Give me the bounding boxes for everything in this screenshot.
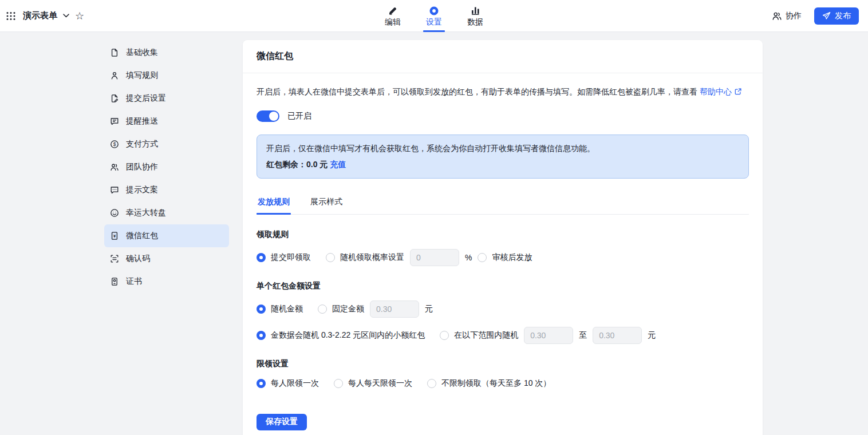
- sidebar-item-certificate[interactable]: 证书: [104, 270, 229, 293]
- publish-button[interactable]: 发布: [814, 7, 859, 25]
- sidebar-item-label: 提示文案: [126, 185, 158, 195]
- apps-grid-icon[interactable]: [6, 11, 16, 21]
- send-icon: [822, 11, 831, 20]
- enable-toggle-row: 已开启: [257, 110, 749, 122]
- pencil-icon: [388, 5, 398, 15]
- sidebar-item-label: 幸运大转盘: [126, 208, 166, 218]
- tab-data[interactable]: 数据: [463, 0, 488, 32]
- range-min-input[interactable]: [524, 327, 573, 344]
- document-edit-icon: [110, 94, 119, 103]
- sidebar-item-reminder-push[interactable]: 提醒推送: [104, 110, 229, 133]
- random-range-options: 金数据会随机 0.3-2.22 元区间内的小额红包 在以下范围内随机 至 元: [257, 327, 749, 344]
- option-label: 固定金额: [332, 304, 364, 314]
- panel-header: 微信红包: [243, 40, 763, 73]
- publish-label: 发布: [835, 11, 851, 21]
- notice-box: 开启后，仅在微信中填写才有机会获取红包，系统会为你自动打开收集填写者微信信息功能…: [257, 135, 749, 179]
- svg-text:¥: ¥: [113, 234, 116, 239]
- recharge-link[interactable]: 充值: [330, 160, 346, 169]
- form-title: 演示表单: [23, 10, 57, 21]
- tab-distribution-rules[interactable]: 发放规则: [257, 193, 291, 214]
- radio-custom-range[interactable]: [440, 331, 449, 340]
- option-label: 每人每天限领一次: [348, 378, 412, 389]
- option-custom-range[interactable]: 在以下范围内随机: [440, 330, 518, 341]
- help-center-link[interactable]: 帮助中心: [700, 87, 732, 96]
- radio-system-random[interactable]: [257, 331, 266, 340]
- sidebar-item-team-collab[interactable]: 团队协作: [104, 156, 229, 179]
- collaborate-button[interactable]: 协作: [772, 11, 802, 21]
- radio-claim-probability[interactable]: [326, 253, 335, 262]
- limit-setting-title: 限领设置: [257, 359, 749, 369]
- sidebar-item-label: 确认码: [126, 254, 150, 264]
- scan-icon: [110, 254, 119, 263]
- option-label: 随机金额: [271, 304, 303, 314]
- radio-claim-review[interactable]: [478, 253, 487, 262]
- radio-limit-unlimited[interactable]: [427, 379, 436, 388]
- option-random-amount[interactable]: 随机金额: [257, 304, 303, 314]
- sidebar-item-after-submit[interactable]: 提交后设置: [104, 87, 229, 110]
- certificate-icon: [110, 277, 119, 286]
- sidebar-item-label: 微信红包: [126, 231, 158, 241]
- app-window: 演示表单 ☆ 编辑 设置: [0, 0, 868, 435]
- main-nav: 编辑 设置 数据: [380, 0, 488, 32]
- external-link-icon[interactable]: [734, 88, 742, 96]
- rule-tabs: 发放规则 展示样式: [257, 193, 749, 215]
- content-area: 基础收集 填写规则 提交后设置 提醒推送: [0, 32, 868, 435]
- wechat-redpacket-panel: 微信红包 开启后，填表人在微信中提交表单后，可以领取到发放的红包，有助于表单的传…: [243, 40, 763, 435]
- active-tab-underline: [423, 30, 445, 32]
- sidebar-item-label: 填写规则: [126, 70, 158, 81]
- radio-limit-once[interactable]: [257, 379, 266, 388]
- users-icon: [772, 11, 782, 21]
- balance-value: 0.0 元: [306, 160, 328, 169]
- smiley-icon: [110, 208, 119, 217]
- topbar: 演示表单 ☆ 编辑 设置: [0, 0, 868, 32]
- option-claim-review[interactable]: 审核后发放: [478, 252, 532, 263]
- currency-icon: $: [110, 140, 119, 149]
- sidebar-item-payment-method[interactable]: $ 支付方式: [104, 133, 229, 156]
- tab-settings[interactable]: 设置: [421, 0, 447, 32]
- collaborate-label: 协作: [786, 11, 802, 21]
- panel-title: 微信红包: [257, 50, 293, 62]
- save-settings-button[interactable]: 保存设置: [257, 414, 307, 430]
- tab-edit[interactable]: 编辑: [380, 0, 405, 32]
- sidebar-item-wechat-redpacket[interactable]: ¥ 微信红包: [104, 224, 229, 247]
- probability-input[interactable]: [410, 249, 459, 266]
- option-label: 不限制领取（每天至多 10 次）: [441, 378, 551, 389]
- sidebar-item-basic-collection[interactable]: 基础收集: [104, 41, 229, 64]
- sidebar-item-label: 提醒推送: [126, 116, 158, 126]
- sidebar-item-fill-rules[interactable]: 填写规则: [104, 64, 229, 87]
- option-claim-probability[interactable]: 随机领取概率设置: [326, 252, 404, 263]
- range-max-input[interactable]: [593, 327, 642, 344]
- gear-icon: [429, 5, 439, 15]
- enable-toggle[interactable]: [257, 110, 279, 122]
- panel-body: 开启后，填表人在微信中提交表单后，可以领取到发放的红包，有助于表单的传播与填写。…: [243, 73, 763, 435]
- option-claim-immediate[interactable]: 提交即领取: [257, 252, 311, 263]
- chevron-down-icon[interactable]: [63, 14, 69, 18]
- probability-unit: %: [465, 253, 472, 262]
- option-label: 每人限领一次: [271, 378, 319, 389]
- sidebar-item-label: 基础收集: [126, 48, 158, 58]
- tab-display-style[interactable]: 展示样式: [309, 193, 344, 214]
- star-icon[interactable]: ☆: [75, 11, 84, 21]
- radio-claim-immediate[interactable]: [257, 253, 266, 262]
- option-fixed-amount[interactable]: 固定金额: [318, 304, 364, 314]
- balance-line: 红包剩余：0.0 元充值: [266, 158, 739, 171]
- sidebar-item-confirmation-code[interactable]: 确认码: [104, 247, 229, 270]
- sidebar-item-hint-copy[interactable]: 提示文案: [104, 179, 229, 201]
- radio-random-amount[interactable]: [257, 304, 266, 314]
- radio-fixed-amount[interactable]: [318, 304, 327, 314]
- option-limit-unlimited[interactable]: 不限制领取（每天至多 10 次）: [427, 378, 551, 389]
- option-system-random[interactable]: 金数据会随机 0.3-2.22 元区间内的小额红包: [257, 330, 425, 341]
- radio-limit-daily[interactable]: [334, 379, 343, 388]
- option-limit-daily[interactable]: 每人每天限领一次: [334, 378, 412, 389]
- claim-rule-options: 提交即领取 随机领取概率设置 % 审核后发放: [257, 249, 749, 266]
- red-packet-icon: ¥: [110, 231, 119, 240]
- message-icon: [110, 117, 119, 126]
- sidebar-item-label: 团队协作: [126, 162, 158, 172]
- sidebar-item-lucky-wheel[interactable]: 幸运大转盘: [104, 201, 229, 224]
- document-icon: [110, 48, 119, 57]
- fixed-amount-input[interactable]: [370, 300, 419, 318]
- option-label: 审核后发放: [492, 252, 532, 263]
- amount-setting-title: 单个红包金额设置: [257, 281, 749, 291]
- option-limit-once[interactable]: 每人限领一次: [257, 378, 319, 389]
- tab-data-label: 数据: [467, 17, 483, 27]
